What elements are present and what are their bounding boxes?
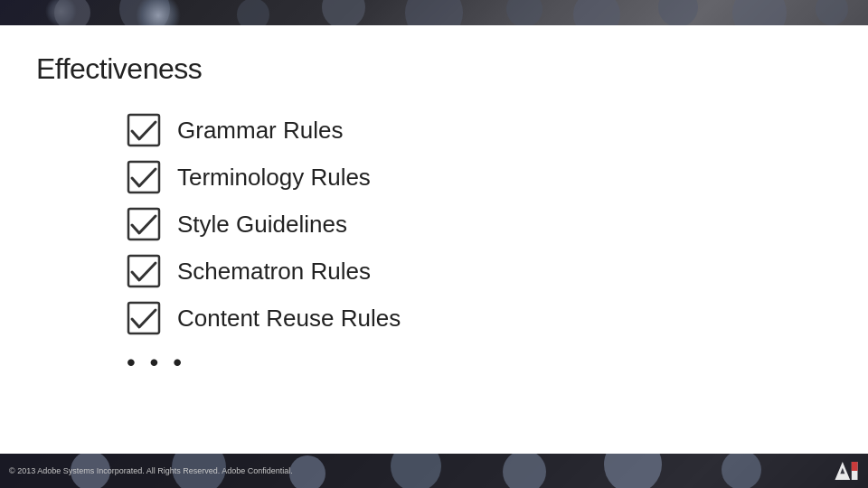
main-content: Effectiveness Grammar RulesTerminology R…	[0, 25, 868, 454]
top-decorative-bar	[0, 0, 868, 25]
svg-rect-28	[852, 462, 858, 471]
item-label-style-guidelines: Style Guidelines	[177, 211, 347, 239]
item-label-schematron-rules: Schematron Rules	[177, 258, 371, 286]
checkbox-icon-terminology-rules	[127, 160, 161, 194]
ellipsis-indicator: • • •	[36, 348, 832, 377]
checklist-item-schematron-rules: Schematron Rules	[127, 254, 832, 288]
svg-rect-10	[0, 0, 868, 25]
svg-point-20	[391, 454, 441, 488]
checkbox-icon-content-reuse-rules	[127, 301, 161, 335]
item-label-terminology-rules: Terminology Rules	[177, 164, 371, 192]
bottom-decorative-bar: © 2013 Adobe Systems Incorporated. All R…	[0, 454, 868, 488]
svg-point-23	[722, 454, 761, 488]
checklist: Grammar RulesTerminology RulesStyle Guid…	[36, 113, 832, 335]
checkbox-icon-schematron-rules	[127, 254, 161, 288]
checkbox-icon-grammar-rules	[127, 113, 161, 147]
checklist-item-style-guidelines: Style Guidelines	[127, 207, 832, 241]
checklist-item-content-reuse-rules: Content Reuse Rules	[127, 301, 832, 335]
adobe-logo	[834, 462, 859, 480]
item-label-grammar-rules: Grammar Rules	[177, 117, 343, 145]
checklist-item-terminology-rules: Terminology Rules	[127, 160, 832, 194]
checklist-item-grammar-rules: Grammar Rules	[127, 113, 832, 147]
page-title: Effectiveness	[36, 52, 832, 86]
svg-point-22	[604, 454, 662, 488]
svg-point-21	[503, 454, 546, 488]
footer-copyright: © 2013 Adobe Systems Incorporated. All R…	[9, 466, 293, 475]
item-label-content-reuse-rules: Content Reuse Rules	[177, 305, 401, 333]
checkbox-icon-style-guidelines	[127, 207, 161, 241]
